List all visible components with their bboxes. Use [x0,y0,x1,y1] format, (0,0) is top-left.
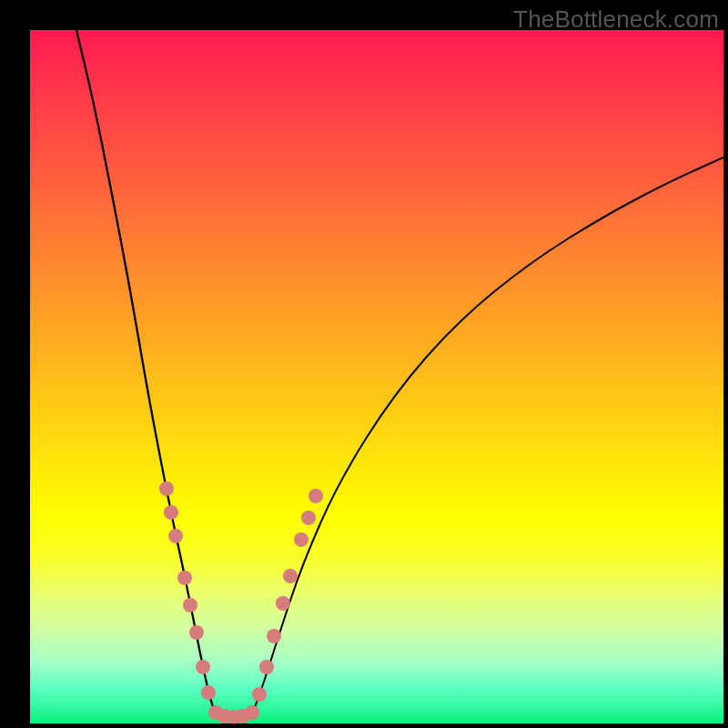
marker-dot [267,629,281,643]
marker-dot [308,489,323,503]
marker-dot [283,569,298,583]
marker-dots-group [159,481,323,723]
plot-area [30,30,723,723]
marker-dot [164,505,178,520]
marker-dot [245,705,259,720]
marker-dot [259,660,274,674]
watermark-text: TheBottleneck.com [513,5,719,34]
marker-dot [196,660,210,674]
marker-dot [301,511,316,525]
plot-svg [30,30,723,723]
marker-dot [177,571,192,585]
marker-dot [159,481,174,496]
marker-dot [294,532,308,547]
marker-dot [168,529,183,543]
marker-dot [276,596,290,611]
curve-right-branch [252,157,723,714]
marker-dot [183,598,197,612]
chart-container: TheBottleneck.com [0,0,728,728]
marker-dot [189,625,204,640]
marker-dot [201,685,216,700]
curve-left-branch [76,30,216,714]
marker-dot [252,687,267,702]
